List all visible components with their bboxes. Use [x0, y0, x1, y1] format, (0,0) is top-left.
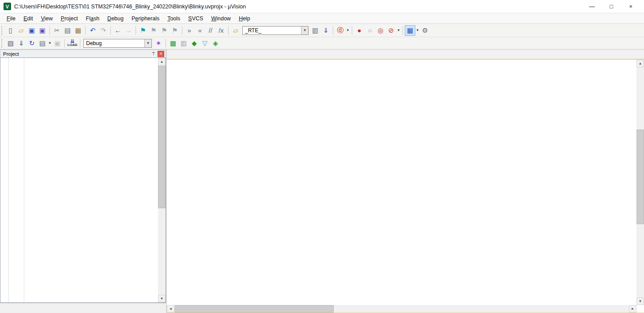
select-packs-button[interactable]: ◆ — [189, 38, 200, 49]
toolbar-file: ▯▱▣▣✂▤▦↶↷←→⚑⚑⚑⚑»«///x▱_RTE_▼▥⇓ⓓ▼●○◎⊘▼▦▼⚙ — [0, 24, 644, 37]
bookmark-prev-button[interactable]: ⚑ — [148, 25, 159, 36]
chevron-down-icon[interactable]: ▼ — [144, 39, 151, 47]
paste-button[interactable]: ▦ — [73, 25, 83, 36]
new-file-icon: ▯ — [9, 27, 12, 34]
download-arrow-icon: ⇊ — [70, 40, 74, 43]
rte-folder-button[interactable]: ▱ — [230, 25, 241, 36]
pack-installer-button[interactable]: ◈ — [210, 38, 221, 49]
navigate-back-icon: ← — [115, 27, 121, 34]
menu-edit[interactable]: Edit — [19, 14, 37, 23]
enable-breakpoint-button[interactable]: ○ — [365, 25, 375, 36]
manage-rte-button[interactable]: ▩ — [168, 38, 178, 49]
menu-bar: FileEditViewProjectFlashDebugPeripherals… — [0, 13, 644, 24]
pin-icon[interactable]: ⊤ — [150, 51, 157, 57]
tree-scrollbar[interactable]: ▲ ▼ — [158, 58, 166, 302]
save-all-icon: ▣ — [39, 27, 45, 34]
find-button[interactable]: ⓓ — [335, 25, 346, 36]
close-button[interactable]: × — [621, 0, 640, 13]
toolbar-separator — [136, 26, 136, 35]
cut-button[interactable]: ✂ — [52, 25, 62, 36]
download-button[interactable]: ⇊LOAD — [67, 38, 78, 49]
menu-peripherals[interactable]: Peripherals — [128, 14, 163, 23]
manage-items-button[interactable]: ▥ — [178, 38, 189, 49]
menu-debug[interactable]: Debug — [103, 14, 128, 23]
toolbar-grip[interactable] — [1, 26, 4, 35]
menu-tools[interactable]: Tools — [163, 14, 184, 23]
rte-folder-icon: ▱ — [233, 27, 238, 34]
uncomment-button[interactable]: /x — [216, 25, 226, 36]
code-view[interactable] — [167, 59, 644, 305]
manage-rte-icon: ▩ — [170, 39, 176, 47]
editor-hscrollbar-thumb[interactable] — [175, 305, 334, 313]
incremental-find-button[interactable]: ⇓ — [320, 25, 331, 36]
kill-breakpoints-button[interactable]: ◎ — [375, 25, 386, 36]
find-in-files-button[interactable]: ▥ — [310, 25, 320, 36]
indent-button[interactable]: » — [184, 25, 195, 36]
rebuild-button[interactable]: ↻ — [26, 38, 37, 49]
save-button[interactable]: ▣ — [26, 25, 37, 36]
insert-breakpoint-button[interactable]: ● — [354, 25, 365, 36]
open-file-button[interactable]: ▱ — [16, 25, 26, 36]
comment-button[interactable]: // — [205, 25, 216, 36]
toolbar-separator — [333, 26, 333, 35]
find-in-files-icon: ▥ — [312, 27, 318, 34]
scroll-down-button[interactable]: ▼ — [158, 295, 166, 302]
chevron-down-icon[interactable]: ▼ — [48, 41, 52, 45]
scroll-up-button[interactable]: ▲ — [636, 60, 644, 67]
menu-view[interactable]: View — [37, 14, 57, 23]
search-text-combo[interactable]: _RTE_▼ — [242, 26, 309, 35]
menu-project[interactable]: Project — [57, 14, 82, 23]
target-options-icon: ✶ — [156, 39, 162, 47]
build-button[interactable]: ⇓ — [16, 38, 26, 49]
copy-button[interactable]: ▤ — [62, 25, 73, 36]
toolbar-grip[interactable] — [1, 39, 4, 48]
editor-vscrollbar-thumb[interactable] — [636, 130, 644, 224]
bookmark-next-button[interactable]: ⚑ — [159, 25, 169, 36]
filter-components-button[interactable]: ▽ — [200, 38, 210, 49]
menu-flash[interactable]: Flash — [82, 14, 104, 23]
menu-help[interactable]: Help — [235, 14, 254, 23]
navigate-forward-button[interactable]: → — [123, 25, 134, 36]
navigate-back-button[interactable]: ← — [113, 25, 123, 36]
editor-hscrollbar[interactable]: ◄ ► — [167, 305, 636, 313]
outdent-icon: « — [198, 27, 202, 34]
minimize-button[interactable]: — — [582, 0, 602, 13]
target-options-button[interactable]: ✶ — [153, 38, 164, 49]
disable-breakpoints-button[interactable]: ⊘ — [386, 25, 396, 36]
editor-vscrollbar[interactable]: ▲ ▼ — [636, 60, 644, 305]
download-button-label: LOAD — [68, 43, 78, 47]
bookmark-prev-icon: ⚑ — [151, 27, 156, 34]
toolbar-separator — [110, 26, 111, 35]
menu-window[interactable]: Window — [207, 14, 234, 23]
bookmark-toggle-button[interactable]: ⚑ — [138, 25, 148, 36]
scroll-up-button[interactable]: ▲ — [158, 58, 166, 65]
stop-build-button[interactable]: ▣ — [52, 38, 63, 49]
maximize-button[interactable]: □ — [602, 0, 621, 13]
redo-button[interactable]: ↷ — [98, 25, 109, 36]
panel-close-icon[interactable]: × — [158, 51, 164, 57]
chevron-down-icon[interactable]: ▼ — [416, 28, 420, 32]
copy-icon: ▤ — [64, 27, 71, 34]
new-file-button[interactable]: ▯ — [5, 25, 16, 36]
tree-scrollbar-thumb[interactable] — [158, 66, 166, 208]
window-layout-button[interactable]: ▦ — [405, 25, 415, 36]
bookmark-clear-button[interactable]: ⚑ — [169, 25, 180, 36]
target-select-combo[interactable]: Debug▼ — [83, 39, 152, 48]
filter-components-icon: ▽ — [202, 39, 207, 47]
scroll-left-button[interactable]: ◄ — [167, 305, 174, 313]
scroll-right-button[interactable]: ► — [629, 305, 636, 313]
configure-wrench-button[interactable]: ⚙ — [420, 25, 430, 36]
chevron-down-icon[interactable]: ▼ — [397, 28, 401, 32]
menu-file[interactable]: File — [3, 14, 19, 23]
editor-tab-bar — [167, 50, 644, 59]
translate-button[interactable]: ▧ — [5, 38, 16, 49]
chevron-down-icon[interactable]: ▼ — [346, 28, 350, 32]
scroll-down-button[interactable]: ▼ — [636, 298, 644, 305]
save-all-button[interactable]: ▣ — [37, 25, 48, 36]
menu-svcs[interactable]: SVCS — [184, 14, 207, 23]
undo-button[interactable]: ↶ — [87, 25, 98, 36]
batch-build-button[interactable]: ▤ — [37, 38, 48, 49]
chevron-down-icon[interactable]: ▼ — [301, 27, 308, 34]
window-title: C:\Users\FH\Desktop\TEST\01 STM32F746\74… — [14, 4, 246, 10]
outdent-button[interactable]: « — [195, 25, 205, 36]
